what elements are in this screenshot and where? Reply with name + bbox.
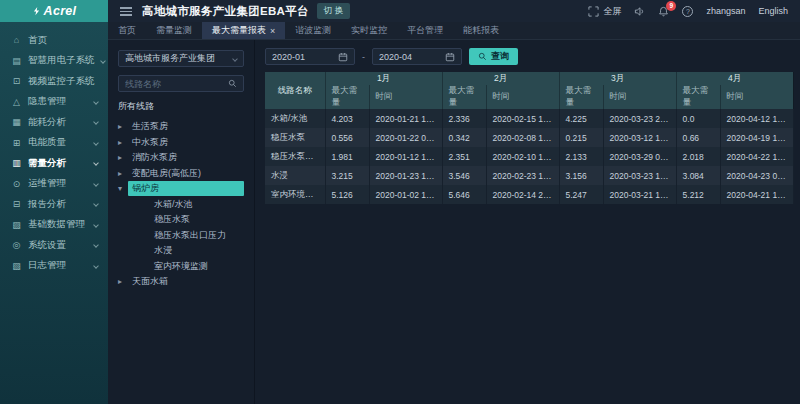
date-end-input[interactable] [379,52,434,62]
sidebar-item[interactable]: △隐患管理 [0,92,108,113]
demand-cell: 3.084 [676,166,720,185]
demand-cell: 0.0 [676,109,720,128]
tree-node[interactable]: ▸消防水泵房 [118,150,244,166]
sidebar-item[interactable]: ◎系统设置 [0,235,108,256]
tab[interactable]: 平台管理 [397,22,453,39]
query-toolbar: - 查询 [265,48,792,65]
query-button-label: 查询 [491,50,509,63]
menu-toggle-icon[interactable] [120,7,132,16]
sidebar-item[interactable]: ⌂首页 [0,30,108,51]
language-switch[interactable]: English [758,6,788,16]
chevron-down-icon [93,119,99,125]
query-button[interactable]: 查询 [469,48,518,65]
demand-cell: 5.646 [442,185,486,204]
tab[interactable]: 谐波监测 [285,22,341,39]
org-select[interactable]: 高地城市服务产业集团 [118,50,244,67]
volume-icon[interactable] [634,6,645,17]
sidebar-item-label: 视频监控子系统 [28,75,95,88]
demand-cell: 4.203 [325,109,369,128]
chevron-down-icon [93,181,99,187]
notification-badge: 9 [666,1,676,11]
demand-cell: 0.66 [676,128,720,147]
notifications-button[interactable]: 9 [658,6,669,17]
tree-node[interactable]: ▸中水泵房 [118,135,244,151]
line-name-cell: 水浸 [265,166,325,185]
sidebar-item-label: 智慧用电子系统 [28,54,95,67]
time-cell: 2020-02-08 12:11:00 [486,128,559,147]
sidebar-item[interactable]: ⊞电能质量 [0,133,108,154]
tree-node-label: 变配电房(高低压) [128,166,205,181]
tab-label: 需量监测 [156,24,192,37]
chevron-down-icon [100,58,106,64]
sidebar-item[interactable]: ▧日志管理 [0,256,108,277]
line-name-cell: 稳压水泵 [265,128,325,147]
help-icon[interactable]: ? [682,6,693,17]
tree-node-label: 水箱/水池 [150,197,197,212]
caret-icon: ▸ [118,122,128,131]
tab[interactable]: 能耗报表 [453,22,509,39]
sidebar-item[interactable]: ▦能耗分析 [0,112,108,133]
tab[interactable]: 首页 [108,22,146,39]
sidebar-item[interactable]: ▨基础数据管理 [0,215,108,236]
user-menu[interactable]: zhangsan [706,6,745,16]
log-icon: ▧ [11,261,22,271]
sidebar-item[interactable]: ⊡视频监控子系统 [0,71,108,92]
sidebar-item[interactable]: ⊙运维管理 [0,174,108,195]
column-header-line-name: 线路名称 [265,72,325,109]
tree-node[interactable]: ▸天面水箱 [118,274,244,290]
close-tab-icon[interactable]: × [270,26,275,36]
tree-root-label[interactable]: 所有线路 [118,100,244,113]
chevron-down-icon [93,242,99,248]
tree-node-label: 天面水箱 [128,274,172,289]
tab-label: 实时监控 [351,24,387,37]
column-header-month: 1月 [325,72,442,85]
tab[interactable]: 需量监测 [146,22,202,39]
tree-node[interactable]: ▾锅炉房 [118,181,244,197]
date-start-input[interactable] [272,52,327,62]
tree-node[interactable]: 稳压水泵 [118,212,244,228]
sidebar-menu: ⌂首页▤智慧用电子系统⊡视频监控子系统△隐患管理▦能耗分析⊞电能质量▥需量分析⊙… [0,22,108,404]
tree-node-label: 锅炉房 [128,181,244,196]
demand-cell: 0.556 [325,128,369,147]
date-start-picker[interactable] [265,48,355,65]
date-end-picker[interactable] [372,48,462,65]
sidebar-item-label: 隐患管理 [28,95,66,108]
caret-icon: ▸ [118,277,128,286]
tree-node[interactable]: 水箱/水池 [118,197,244,213]
table-head: 线路名称1月2月3月4月最大需量时间最大需量时间最大需量时间最大需量时间 [265,72,793,109]
search-input[interactable] [125,79,228,89]
table-row: 稳压水泵0.5562020-01-22 08:43:000.3422020-02… [265,128,793,147]
sidebar-item[interactable]: ▤智慧用电子系统 [0,51,108,72]
tree-node[interactable]: 水浸 [118,243,244,259]
sidebar-item-label: 能耗分析 [28,116,66,129]
time-cell: 2020-01-21 10:36:00 [369,109,442,128]
tree-node[interactable]: ▸变配电房(高低压) [118,166,244,182]
time-cell: 2020-03-21 12:23:00 [603,185,676,204]
column-header-month: 3月 [559,72,676,85]
tab[interactable]: 实时监控 [341,22,397,39]
report-icon: ⊟ [11,199,22,209]
fullscreen-label: 全屏 [603,5,621,18]
demand-cell: 0.215 [559,128,603,147]
chevron-down-icon [93,160,99,166]
column-header-time: 时间 [603,85,676,109]
demand-cell: 2.018 [676,147,720,166]
tab-label: 最大需量报表 [212,24,266,37]
fullscreen-button[interactable]: 全屏 [588,5,621,18]
tree-node[interactable]: 室内环境监测 [118,259,244,275]
demand-cell: 3.215 [325,166,369,185]
tree-node-label: 室内环境监测 [150,259,212,274]
sidebar-item-label: 首页 [28,34,47,47]
demand-table: 线路名称1月2月3月4月最大需量时间最大需量时间最大需量时间最大需量时间 水箱/… [265,72,794,204]
switch-button[interactable]: 切 换 [317,3,350,19]
search-icon[interactable] [228,79,237,88]
home-icon: ⌂ [11,35,22,45]
sidebar-item[interactable]: ⊟报告分析 [0,194,108,215]
demand-cell: 2.351 [442,147,486,166]
sidebar-item[interactable]: ▥需量分析 [0,153,108,174]
table-row: 室内环境监测5.1262020-01-02 12:48:005.6462020-… [265,185,793,204]
tree-node[interactable]: 稳压水泵出口压力 [118,228,244,244]
top-right-actions: 全屏 9 ? zhangsan English [588,5,800,18]
tree-node[interactable]: ▸生活泵房 [118,119,244,135]
tab[interactable]: 最大需量报表× [202,22,285,39]
